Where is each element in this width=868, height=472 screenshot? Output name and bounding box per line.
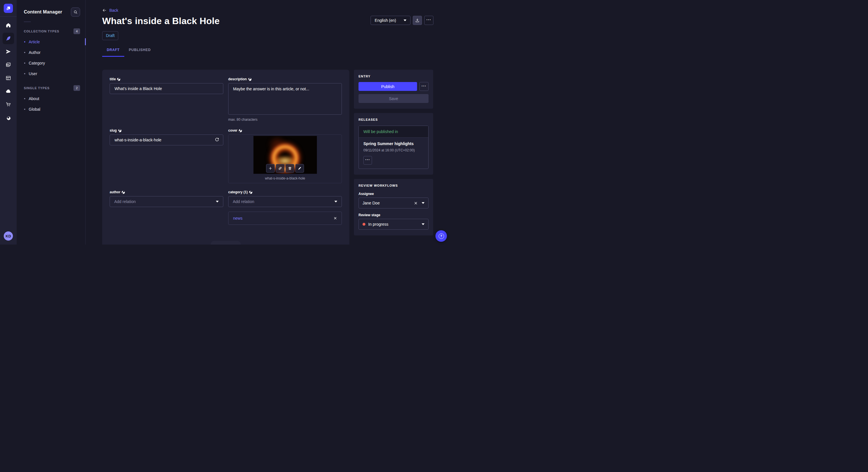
tab-draft[interactable]: DRAFT <box>102 48 124 57</box>
cover-field-label: cover <box>228 129 237 133</box>
relation-link-news[interactable]: news <box>233 216 243 221</box>
entry-panel: ENTRY Publish ··· Save <box>354 70 433 109</box>
description-hint: max. 80 characters <box>228 117 342 122</box>
release-card: Will be published in Spring Summer highl… <box>359 126 429 169</box>
help-button[interactable]: ? <box>435 230 447 242</box>
collapsed-component-stub[interactable] <box>211 241 241 245</box>
locale-globe-icon <box>248 78 251 81</box>
header-more-button[interactable]: ··· <box>424 16 433 25</box>
bullet-icon <box>24 109 25 110</box>
trash-icon <box>288 166 292 170</box>
user-avatar[interactable]: KD <box>4 231 13 241</box>
back-link[interactable]: Back <box>102 8 118 12</box>
review-workflows-title: REVIEW WORKFLOWS <box>359 184 429 187</box>
content-type-builder-icon[interactable] <box>3 72 14 84</box>
remove-relation-button[interactable] <box>334 216 337 220</box>
review-stage-select[interactable]: In progress <box>359 219 429 230</box>
delete-media-button[interactable] <box>286 164 294 173</box>
locale-selected-value: English (en) <box>375 18 396 23</box>
settings-gear-icon[interactable] <box>3 112 14 123</box>
media-library-icon[interactable] <box>3 59 14 71</box>
logo-container <box>0 0 17 16</box>
slug-field-label: slug <box>110 129 117 133</box>
arrow-left-icon <box>102 8 107 12</box>
sidebar-item-label: Global <box>29 107 40 111</box>
collection-types-section: COLLECTION TYPES 4 Article Author Catego… <box>17 28 85 79</box>
sidebar-item-label: User <box>29 71 37 76</box>
sidebar-item-label: About <box>29 96 39 101</box>
link-icon <box>278 166 282 170</box>
author-placeholder: Add relation <box>114 199 136 204</box>
slug-field: slug <box>110 129 223 183</box>
collection-types-count-badge: 4 <box>73 28 80 34</box>
release-more-button[interactable]: ··· <box>363 156 372 165</box>
edit-media-button[interactable] <box>296 164 304 173</box>
locale-globe-icon <box>239 129 242 132</box>
copy-link-button[interactable] <box>276 164 284 173</box>
export-download-button[interactable] <box>413 16 422 25</box>
more-dots-icon: ··· <box>427 18 431 22</box>
review-workflows-panel: REVIEW WORKFLOWS Assignee Jane Doe Revie… <box>354 179 433 235</box>
entry-sidebar: ENTRY Publish ··· Save RELEASES Will be … <box>354 70 433 235</box>
cover-filename: what-s-inside-a-black-hole <box>228 176 342 180</box>
marketplace-cart-icon[interactable] <box>3 99 14 110</box>
strapi-logo[interactable] <box>4 4 13 13</box>
review-stage-value: In progress <box>368 222 422 227</box>
single-types-count-badge: 2 <box>73 85 80 91</box>
app-rail: KD <box>0 0 17 245</box>
locale-globe-icon <box>118 129 121 132</box>
title-field-label: title <box>110 77 116 81</box>
regenerate-slug-button[interactable] <box>214 137 220 142</box>
status-badge: Draft <box>102 31 118 40</box>
home-icon[interactable] <box>3 20 14 31</box>
close-icon <box>334 216 337 220</box>
locale-select[interactable]: English (en) <box>371 16 410 25</box>
sidebar-item-author[interactable]: Author <box>17 47 85 58</box>
cover-media-box: what-s-inside-a-black-hole <box>228 134 342 183</box>
chevron-down-icon <box>404 20 406 21</box>
category-field: category (1) Add relation news <box>228 190 342 225</box>
deploy-cloud-icon[interactable] <box>3 86 14 97</box>
more-dots-icon: ··· <box>365 158 370 162</box>
category-relation-item: news <box>228 212 342 225</box>
pencil-icon <box>298 166 302 170</box>
sidebar-item-label: Category <box>29 61 45 65</box>
content-manager-feather-icon[interactable] <box>3 33 14 44</box>
sidebar-item-global[interactable]: Global <box>17 104 85 114</box>
slug-input[interactable] <box>110 134 223 145</box>
title-input[interactable] <box>110 83 223 94</box>
clear-assignee-icon[interactable] <box>414 201 417 205</box>
releases-paper-plane-icon[interactable] <box>3 46 14 57</box>
search-button[interactable] <box>71 7 80 16</box>
sidebar-item-about[interactable]: About <box>17 93 85 104</box>
more-dots-icon: ··· <box>422 84 427 88</box>
sidebar-item-user[interactable]: User <box>17 68 85 79</box>
author-relation-select[interactable]: Add relation <box>110 196 223 207</box>
add-media-button[interactable] <box>266 164 275 173</box>
stage-status-dot <box>363 223 365 226</box>
assignee-label: Assignee <box>359 192 429 196</box>
sidebar-item-article[interactable]: Article <box>17 36 85 47</box>
save-button[interactable]: Save <box>359 94 429 103</box>
description-textarea[interactable]: Maybe the answer is in this article, or … <box>228 83 342 115</box>
content-manager-nav: Content Manager COLLECTION TYPES 4 Artic… <box>17 0 86 245</box>
release-name: Spring Summer highlights <box>363 141 424 146</box>
description-field-label: description <box>228 77 247 81</box>
assignee-select[interactable]: Jane Doe <box>359 198 429 208</box>
sidebar-item-label: Author <box>29 50 40 55</box>
single-types-label: SINGLE TYPES <box>24 86 50 90</box>
entry-more-button[interactable]: ··· <box>420 82 429 91</box>
category-field-label: category (1) <box>228 190 248 194</box>
publish-button[interactable]: Publish <box>359 82 417 91</box>
main-content: Back What's inside a Black Hole English … <box>86 0 450 245</box>
tab-published[interactable]: PUBLISHED <box>124 48 156 57</box>
nav-title: Content Manager <box>24 9 62 14</box>
download-icon <box>415 18 420 23</box>
sidebar-item-category[interactable]: Category <box>17 58 85 68</box>
author-field: author Add relation <box>110 190 223 225</box>
category-relation-select[interactable]: Add relation <box>228 196 342 207</box>
release-date: 09/11/2024 at 16:00 (UTC+02:00) <box>363 148 424 152</box>
chevron-down-icon <box>334 201 337 202</box>
locale-globe-icon <box>122 191 125 194</box>
releases-panel-title: RELEASES <box>359 118 429 121</box>
